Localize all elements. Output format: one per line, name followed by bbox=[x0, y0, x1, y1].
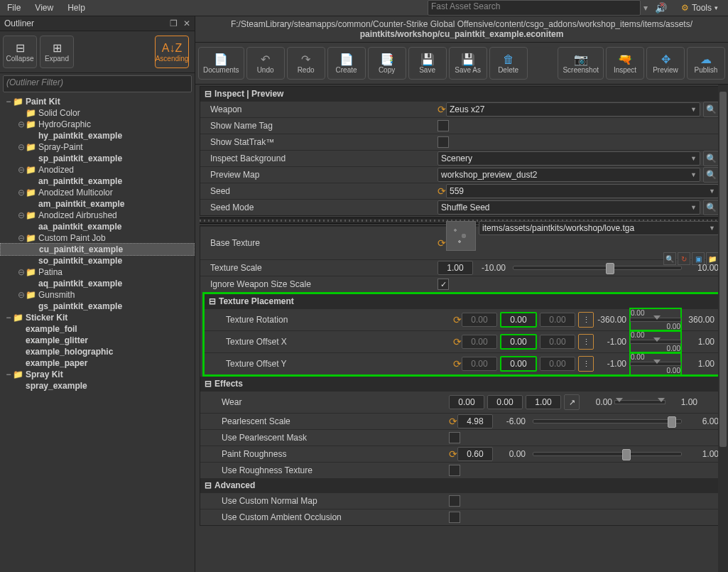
normalmap-checkbox[interactable] bbox=[449, 495, 460, 507]
roughtex-checkbox[interactable] bbox=[449, 465, 460, 476]
tree-node[interactable]: ⊖📁Custom Paint Job bbox=[0, 232, 195, 244]
fast-search-input[interactable]: Fast Asset Search bbox=[428, 0, 641, 16]
tree-node[interactable]: −📁Paint Kit bbox=[0, 96, 195, 107]
rotation-input-c[interactable]: 0.00 bbox=[540, 313, 575, 327]
tree-node[interactable]: cu_paintkit_example bbox=[0, 243, 195, 256]
wear-range[interactable] bbox=[615, 399, 665, 405]
offsety-input-a[interactable]: 0.00 bbox=[462, 357, 497, 371]
tree-node[interactable]: am_paintkit_example bbox=[0, 198, 195, 210]
offsetx-input-b[interactable]: 0.00 bbox=[500, 334, 537, 350]
tree-node[interactable]: ⊖📁Anodized Multicolor bbox=[0, 187, 195, 198]
tree-node[interactable]: 📁Solid Color bbox=[0, 107, 195, 119]
documents-button[interactable]: 📄Documents bbox=[198, 47, 244, 80]
tree-node[interactable]: an_paintkit_example bbox=[0, 176, 195, 187]
refresh-icon[interactable]: ⟳ bbox=[453, 358, 462, 369]
ignore-scale-checkbox[interactable] bbox=[438, 279, 449, 290]
rotation-input-a[interactable]: 0.00 bbox=[462, 313, 497, 327]
tree-node[interactable]: example_foil bbox=[0, 323, 195, 335]
offsetx-input-a[interactable]: 0.00 bbox=[462, 335, 497, 349]
nametag-checkbox[interactable] bbox=[438, 120, 449, 131]
tools-menu[interactable]: ⚙Tools▾ bbox=[675, 1, 724, 14]
base-texture-input[interactable]: items/assets/paintkits/workshop/love.tga bbox=[479, 221, 719, 235]
outliner-tree[interactable]: −📁Paint Kit📁Solid Color⊖📁HydroGraphichy_… bbox=[0, 95, 195, 572]
offsety-input-b[interactable]: 0.00 bbox=[500, 356, 537, 372]
collapse-button[interactable]: ⊟Collapse bbox=[3, 36, 37, 68]
refresh-icon[interactable]: ⟳ bbox=[453, 314, 462, 325]
tree-node[interactable]: spray_example bbox=[0, 380, 195, 392]
copy-button[interactable]: 📑Copy bbox=[368, 47, 406, 80]
tree-node[interactable]: −📁Spray Kit bbox=[0, 369, 195, 380]
tree-node[interactable]: aq_paintkit_example bbox=[0, 278, 195, 289]
delete-button[interactable]: 🗑Delete bbox=[489, 47, 528, 80]
tree-node[interactable]: hy_paintkit_example bbox=[0, 130, 195, 141]
texture-scale-input[interactable]: 1.00 bbox=[438, 261, 473, 275]
pearlescent-input[interactable]: 4.98 bbox=[457, 414, 493, 428]
refresh-icon[interactable]: ⟳ bbox=[438, 104, 446, 115]
stattrak-checkbox[interactable] bbox=[438, 136, 449, 148]
outliner-filter-input[interactable]: (Outliner Filter) bbox=[3, 75, 192, 92]
preview-map-combo[interactable]: workshop_preview_dust2 bbox=[438, 168, 700, 182]
tree-node[interactable]: ⊖📁HydroGraphic bbox=[0, 119, 195, 130]
refresh-icon[interactable]: ⟳ bbox=[449, 416, 457, 427]
refresh-icon[interactable]: ⟳ bbox=[453, 336, 462, 347]
tree-node[interactable]: example_glitter bbox=[0, 335, 195, 346]
save-button[interactable]: 💾Save bbox=[408, 47, 447, 80]
offsety-input-c[interactable]: 0.00 bbox=[540, 357, 575, 371]
roughness-input[interactable]: 0.60 bbox=[457, 447, 493, 461]
refresh-icon[interactable]: ⟳ bbox=[449, 448, 457, 460]
pearlescent-slider[interactable] bbox=[533, 419, 682, 423]
wear-expand-button[interactable]: ↗ bbox=[564, 394, 580, 410]
offsetx-input-c[interactable]: 0.00 bbox=[540, 335, 575, 349]
tree-node[interactable]: −📁Sticker Kit bbox=[0, 312, 195, 323]
inspect-button[interactable]: 🔫Inspect bbox=[606, 47, 644, 80]
create-button[interactable]: 📄Create bbox=[327, 47, 366, 80]
undock-icon[interactable]: ❐ bbox=[170, 18, 178, 28]
tree-node[interactable]: gs_paintkit_example bbox=[0, 301, 195, 312]
redo-button[interactable]: ↷Redo bbox=[287, 47, 325, 80]
menu-help[interactable]: Help bbox=[60, 1, 92, 15]
refresh-icon[interactable]: ⟳ bbox=[438, 185, 446, 197]
tree-node[interactable]: so_paintkit_example bbox=[0, 255, 195, 266]
tree-node[interactable]: ⊖📁Anodized bbox=[0, 164, 195, 176]
screenshot-button[interactable]: 📷Screenshot bbox=[558, 47, 604, 80]
pearlmask-checkbox[interactable] bbox=[449, 432, 460, 443]
rotation-link-button[interactable]: ⋮ bbox=[578, 312, 594, 328]
tree-node[interactable]: ⊖📁Anodized Airbrushed bbox=[0, 210, 195, 221]
expand-button[interactable]: ⊞Expand bbox=[40, 36, 74, 68]
tree-node[interactable]: ⊖📁Spray-Paint bbox=[0, 141, 195, 153]
menu-file[interactable]: File bbox=[0, 1, 28, 15]
weapon-combo[interactable]: Zeus x27 bbox=[446, 102, 700, 117]
texture-scale-slider[interactable] bbox=[513, 266, 682, 270]
tree-node[interactable]: example_paper bbox=[0, 357, 195, 369]
rotation-range[interactable]: 0.000.00 bbox=[629, 308, 682, 332]
rotation-input-b[interactable]: 0.00 bbox=[500, 312, 537, 328]
sort-ascending-button[interactable]: A↓ZAscending bbox=[155, 36, 189, 68]
roughness-slider[interactable] bbox=[533, 452, 682, 456]
tree-node[interactable]: sp_paintkit_example bbox=[0, 153, 195, 164]
menu-view[interactable]: View bbox=[28, 1, 60, 15]
offsety-link-button[interactable]: ⋮ bbox=[578, 356, 594, 372]
publish-button[interactable]: ☁Publish bbox=[687, 47, 725, 80]
mute-icon[interactable]: 🔊 bbox=[655, 2, 667, 14]
seedmode-search-button[interactable]: 🔍 bbox=[703, 200, 719, 215]
seed-input[interactable]: 559 bbox=[446, 184, 719, 198]
wear-input-b[interactable]: 0.00 bbox=[487, 395, 523, 409]
offsetx-link-button[interactable]: ⋮ bbox=[578, 334, 594, 350]
offsetx-range[interactable]: 0.000.00 bbox=[629, 330, 682, 354]
ao-checkbox[interactable] bbox=[449, 512, 460, 523]
weapon-search-button[interactable]: 🔍 bbox=[703, 102, 719, 117]
map-search-button[interactable]: 🔍 bbox=[703, 167, 719, 183]
saveas-button[interactable]: 💾Save As bbox=[449, 47, 487, 80]
close-icon[interactable]: ✕ bbox=[183, 18, 190, 28]
inspect-bg-combo[interactable]: Scenery bbox=[438, 151, 700, 166]
refresh-icon[interactable]: ⟳ bbox=[438, 237, 446, 249]
tree-node[interactable]: ⊖📁Gunsmith bbox=[0, 289, 195, 301]
wear-input-a[interactable]: 0.00 bbox=[449, 395, 484, 409]
tree-node[interactable]: aa_paintkit_example bbox=[0, 221, 195, 232]
seedmode-combo[interactable]: Shuffle Seed bbox=[438, 200, 700, 215]
bg-search-button[interactable]: 🔍 bbox=[703, 151, 719, 166]
scrollbar[interactable] bbox=[718, 85, 728, 572]
undo-button[interactable]: ↶Undo bbox=[246, 47, 285, 80]
tree-node[interactable]: ⊖📁Patina bbox=[0, 266, 195, 278]
tree-node[interactable]: example_holographic bbox=[0, 346, 195, 357]
